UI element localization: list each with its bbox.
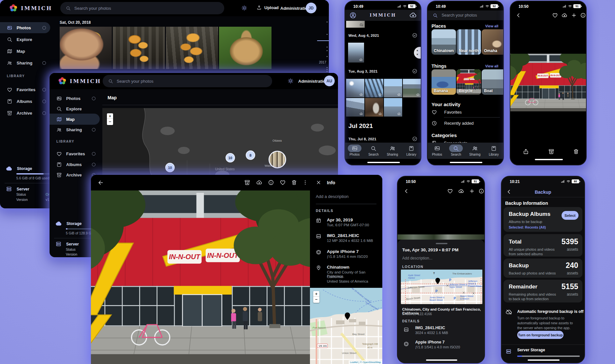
thing-card-bicycle[interactable]: Bicycle	[457, 69, 481, 95]
photo-thumbnail[interactable]	[219, 27, 271, 69]
administration-link[interactable]: Administration	[298, 79, 328, 84]
home-indicator[interactable]	[367, 162, 400, 163]
photo-thumbnail[interactable]	[346, 98, 364, 117]
back-chevron-icon[interactable]	[516, 12, 521, 18]
scroll-thumb[interactable]: ▲▼	[414, 47, 421, 59]
upload-button[interactable]: Upload	[256, 5, 279, 10]
place-card-omaha[interactable]: Omaha	[482, 29, 504, 55]
user-avatar[interactable]: AU	[324, 76, 335, 86]
turn-on-backup-button[interactable]: Turn on foreground backup	[517, 331, 564, 339]
location-minimap[interactable]: Pier 33 Alcatraz Landing San Francisco F…	[310, 288, 382, 364]
photo-thumbnail[interactable]	[384, 79, 402, 97]
back-chevron-icon[interactable]	[403, 188, 409, 194]
map-cluster-marker[interactable]: 10	[165, 163, 175, 172]
photo-thumbnail[interactable]	[403, 79, 421, 97]
immich-logo-icon[interactable]	[8, 3, 18, 13]
map-photo-marker[interactable]	[269, 151, 286, 168]
location-map[interactable]: ✝ PPP The Embarcadero Hyde Street Harbor…	[401, 270, 482, 304]
sidebar-item-sharing[interactable]: Sharing	[50, 124, 100, 135]
info-bottom-sheet[interactable]: Tue, Apr 30, 2019 • 8:07 PM Add descript…	[398, 240, 484, 363]
photo-main[interactable]	[91, 190, 310, 364]
sidebar-item-favorites[interactable]: Favorites	[50, 148, 100, 159]
thing-card-boat[interactable]: Boat	[482, 69, 504, 95]
heart-icon[interactable]	[552, 12, 558, 18]
heart-icon[interactable]	[447, 188, 453, 194]
photo-thumbnail[interactable]	[365, 79, 383, 97]
share-icon[interactable]	[523, 148, 529, 155]
upload-cloud-icon[interactable]	[562, 12, 567, 18]
archive-add-icon[interactable]	[548, 148, 554, 155]
theme-toggle-icon[interactable]	[287, 78, 294, 84]
select-check-icon[interactable]	[412, 33, 417, 38]
minimap-zoom-control[interactable]: + −	[313, 291, 319, 303]
search-input[interactable]: Search your photos	[428, 10, 503, 20]
photo-main[interactable]	[510, 54, 586, 111]
nav-tab-sharing[interactable]: Sharing	[383, 143, 402, 159]
zoom-out-button[interactable]: −	[313, 297, 319, 302]
backup-status-icon[interactable]	[409, 11, 417, 20]
activity-favorites[interactable]: Favorites	[432, 109, 461, 115]
nav-tab-photos[interactable]: Photos	[345, 143, 364, 159]
user-avatar[interactable]: JD	[306, 3, 316, 13]
description-input[interactable]: Add a description	[316, 194, 348, 199]
trash-icon[interactable]	[291, 179, 297, 186]
immich-logo-icon[interactable]	[57, 76, 67, 86]
photo-thumbnail[interactable]	[365, 98, 383, 117]
photo-thumbnail[interactable]	[166, 27, 218, 69]
add-icon[interactable]	[571, 12, 577, 18]
nav-tab-library[interactable]: Library	[402, 143, 421, 159]
thing-card-banana[interactable]: Banana	[432, 69, 456, 95]
map-cluster-marker[interactable]: 8	[246, 150, 255, 160]
map-cluster-marker[interactable]: 10	[226, 153, 235, 162]
close-icon[interactable]	[316, 180, 321, 185]
nav-tab-search[interactable]: Search	[364, 143, 383, 159]
zoom-in-button[interactable]: +	[107, 113, 113, 119]
asset-location[interactable]: Chinatown	[327, 265, 349, 270]
places-view-all[interactable]: View all	[485, 24, 498, 28]
sidebar-item-archive[interactable]: Archive	[0, 107, 50, 119]
sidebar-item-sharing[interactable]: Sharing	[0, 57, 50, 68]
description-input[interactable]: Add description...	[402, 256, 432, 260]
photo-sliver[interactable]	[398, 234, 484, 240]
home-indicator[interactable]	[528, 359, 560, 361]
theme-toggle-icon[interactable]	[241, 5, 247, 11]
sidebar-item-photos[interactable]: Photos	[0, 22, 50, 33]
trash-icon[interactable]	[573, 148, 579, 155]
nav-tab-library[interactable]: Library	[484, 143, 503, 159]
sidebar-item-map[interactable]: Map	[50, 114, 100, 125]
nav-tab-search[interactable]: Search	[447, 143, 465, 159]
info-icon[interactable]	[478, 188, 484, 194]
sidebar-item-photos[interactable]: Photos	[50, 93, 100, 104]
add-icon[interactable]	[469, 188, 475, 194]
select-check-icon[interactable]	[412, 136, 417, 142]
sidebar-item-explore[interactable]: Explore	[50, 103, 100, 114]
upload-cloud-icon[interactable]	[458, 188, 464, 194]
heart-icon[interactable]	[280, 179, 286, 186]
home-indicator[interactable]	[535, 159, 563, 160]
download-cloud-icon[interactable]	[256, 179, 262, 186]
select-check-icon[interactable]	[412, 68, 417, 74]
activity-recently-added[interactable]: Recently added	[432, 120, 474, 126]
info-icon[interactable]	[580, 12, 586, 18]
select-button[interactable]: Select	[562, 211, 578, 220]
search-input[interactable]: Search your photos	[60, 2, 224, 14]
sidebar-item-map[interactable]: Map	[0, 46, 50, 57]
more-icon[interactable]	[302, 179, 308, 186]
zoom-in-button[interactable]: +	[313, 291, 319, 297]
sheet-drag-handle[interactable]	[436, 243, 447, 244]
photo-thumbnail[interactable]	[384, 98, 402, 117]
map-attribution[interactable]: Leaflet | © OpenStreetMap	[349, 360, 382, 364]
map-zoom-control[interactable]: + −	[107, 113, 113, 125]
sidebar-item-albums[interactable]: Albums	[0, 96, 50, 107]
things-view-all[interactable]: View all	[485, 64, 498, 68]
zoom-out-button[interactable]: −	[107, 119, 113, 124]
sidebar-item-albums[interactable]: Albums	[50, 159, 100, 170]
photo-thumbnail[interactable]	[346, 79, 364, 97]
place-card-chinatown[interactable]: Chinatown	[432, 29, 456, 55]
home-indicator[interactable]	[426, 359, 457, 361]
back-icon[interactable]	[97, 179, 104, 186]
place-card-near-north-side[interactable]: Near north side	[457, 29, 481, 55]
home-indicator[interactable]	[450, 162, 482, 163]
photo-thumbnail[interactable]	[113, 27, 165, 69]
search-input[interactable]: Search your photos	[103, 75, 272, 87]
